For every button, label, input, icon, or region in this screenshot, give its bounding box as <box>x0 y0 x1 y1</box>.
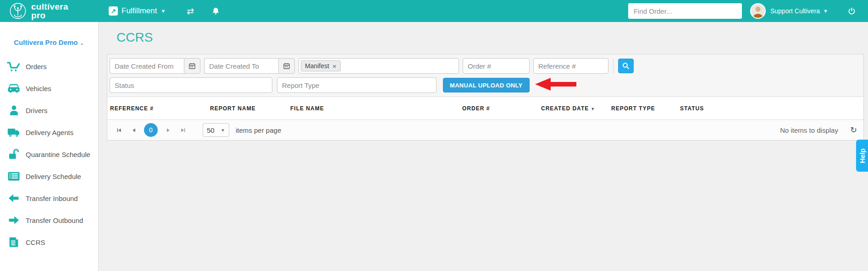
company-selector[interactable]: Cultivera Pro Demo ⌄ <box>0 22 98 55</box>
sidebar-item-label: Quarantine Schedule <box>26 151 90 158</box>
main-content: CCRS <box>99 22 868 271</box>
annotation-arrow-icon <box>535 78 577 91</box>
last-page-button[interactable] <box>177 124 188 136</box>
sidebar-item-delivery-agents[interactable]: Delivery Agents <box>0 121 98 143</box>
refresh-icon[interactable]: ↻ <box>850 125 857 135</box>
document-icon <box>6 236 22 249</box>
sidebar-item-vehicles[interactable]: Vehicles <box>0 77 98 99</box>
sidebar-item-transfer-outbound[interactable]: Transfer Outbound <box>0 209 98 231</box>
page-title: CCRS <box>116 30 868 45</box>
column-header-order[interactable]: ORDER # <box>462 105 541 112</box>
column-header-created-date[interactable]: CREATED DATE▼ <box>541 105 611 112</box>
chevron-down-icon: ▼ <box>221 128 225 133</box>
page-size-select[interactable]: 50 ▼ <box>203 123 229 137</box>
help-tab-label: Help <box>858 148 866 163</box>
company-name-label: Cultivera Pro Demo <box>14 38 77 46</box>
column-header-report-type[interactable]: REPORT TYPE <box>611 105 680 112</box>
next-page-button[interactable] <box>162 124 174 136</box>
sidebar-item-delivery-schedule[interactable]: Delivery Schedule <box>0 165 98 187</box>
first-page-button[interactable] <box>113 124 125 136</box>
cart-icon <box>6 59 22 74</box>
power-logout-icon[interactable] <box>847 7 856 16</box>
manual-upload-only-button[interactable]: MANUAL UPLOAD ONLY <box>443 78 530 92</box>
page-size-value: 50 <box>207 126 215 134</box>
calendar-icon[interactable] <box>184 58 200 74</box>
toolbar-divider <box>613 59 614 73</box>
previous-page-button[interactable] <box>128 124 140 136</box>
top-header: cultívera pro ↗ Fulfillment ▼ ⇄ Support … <box>0 0 868 22</box>
notifications-bell-icon[interactable] <box>211 7 220 16</box>
sidebar-nav: Orders Vehicles Drivers <box>0 55 98 253</box>
sidebar: Cultivera Pro Demo ⌄ Orders Vehic <box>0 22 99 271</box>
date-created-to-field <box>204 58 295 74</box>
user-avatar[interactable] <box>750 3 766 19</box>
date-created-to-input[interactable] <box>204 58 278 74</box>
sidebar-item-label: Vehicles <box>26 85 51 92</box>
switch-company-icon[interactable]: ⇄ <box>187 6 194 16</box>
sidebar-item-label: Delivery Schedule <box>26 173 81 180</box>
schedule-list-icon <box>6 169 22 183</box>
sidebar-item-label: Drivers <box>26 107 48 114</box>
user-menu[interactable]: Support Cultivera ▼ <box>770 7 828 15</box>
column-header-file-name[interactable]: FILE NAME <box>290 105 462 112</box>
column-header-reference[interactable]: REFERENCE # <box>110 105 210 112</box>
search-button[interactable] <box>618 59 634 73</box>
user-name-label: Support Cultivera <box>770 7 820 15</box>
arrow-left-icon <box>6 192 22 205</box>
chevron-down-icon: ▼ <box>823 8 828 14</box>
transfer-type-multiselect[interactable]: Manifest × <box>299 58 459 74</box>
logo-word-1: cultívera <box>31 2 68 11</box>
car-icon <box>6 81 22 95</box>
sort-desc-icon: ▼ <box>591 107 595 111</box>
sidebar-item-label: Orders <box>26 63 47 70</box>
cultivera-logo: cultívera pro <box>0 2 99 20</box>
search-icon <box>622 62 630 70</box>
sidebar-item-transfer-inbound[interactable]: Transfer Inbound <box>0 187 98 209</box>
chip-label: Manifest <box>305 62 329 70</box>
reference-number-input[interactable] <box>533 58 608 74</box>
open-lock-icon <box>6 148 22 161</box>
chevron-down-icon: ⌄ <box>80 40 84 46</box>
sidebar-item-label: Delivery Agents <box>26 129 73 136</box>
date-created-from-input[interactable] <box>110 58 184 74</box>
remove-chip-icon[interactable]: × <box>332 63 337 70</box>
fulfillment-launch-icon: ↗ <box>109 6 118 16</box>
person-icon <box>6 104 22 117</box>
status-filter-input[interactable] <box>110 77 272 93</box>
report-type-filter-input[interactable] <box>277 77 437 93</box>
arrow-right-icon <box>6 214 22 227</box>
manifest-filter-chip[interactable]: Manifest × <box>301 60 341 71</box>
items-per-page-label: items per page <box>236 126 281 134</box>
logo-word-2: pro <box>31 11 68 20</box>
pager: 0 50 ▼ items per page No items to displa… <box>107 120 863 140</box>
cultivera-logo-icon <box>9 2 27 20</box>
current-page-badge[interactable]: 0 <box>144 123 158 137</box>
help-tab[interactable]: Help <box>856 140 868 172</box>
sidebar-item-orders[interactable]: Orders <box>0 55 98 77</box>
sidebar-item-label: Transfer Outbound <box>26 217 83 224</box>
app-switcher-menu[interactable]: ↗ Fulfillment ▼ <box>109 6 166 16</box>
ccrs-grid: Manifest × <box>107 54 864 141</box>
app-menu-label: Fulfillment <box>122 6 157 16</box>
sidebar-item-label: CCRS <box>26 238 45 246</box>
find-order-input[interactable] <box>628 3 742 19</box>
truck-icon <box>6 125 22 139</box>
filter-toolbar: Manifest × <box>107 54 863 97</box>
no-items-message: No items to display <box>780 126 838 134</box>
column-header-report-name[interactable]: REPORT NAME <box>210 105 290 112</box>
sidebar-item-quarantine-schedule[interactable]: Quarantine Schedule <box>0 143 98 165</box>
sidebar-item-drivers[interactable]: Drivers <box>0 99 98 121</box>
column-header-status[interactable]: STATUS <box>680 105 863 112</box>
table-header-row: REFERENCE # REPORT NAME FILE NAME ORDER … <box>107 97 863 120</box>
order-number-input[interactable] <box>463 58 530 74</box>
date-created-from-field <box>110 58 200 74</box>
calendar-icon[interactable] <box>278 58 295 74</box>
chevron-down-icon: ▼ <box>160 8 166 14</box>
sidebar-item-label: Transfer Inbound <box>26 195 78 202</box>
sidebar-item-ccrs[interactable]: CCRS <box>0 231 98 253</box>
